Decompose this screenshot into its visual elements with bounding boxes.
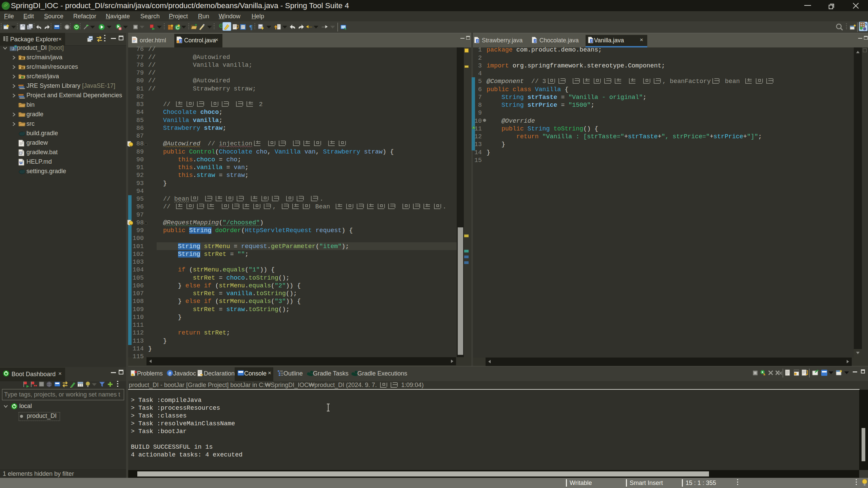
svg-text:@: @ (169, 371, 171, 376)
svg-text:J: J (591, 39, 592, 43)
svg-text:W: W (19, 161, 23, 165)
svg-text:J: J (12, 47, 14, 51)
svg-text:J: J (534, 39, 536, 43)
svg-text:J: J (477, 39, 478, 43)
svg-text:J: J (180, 39, 181, 43)
